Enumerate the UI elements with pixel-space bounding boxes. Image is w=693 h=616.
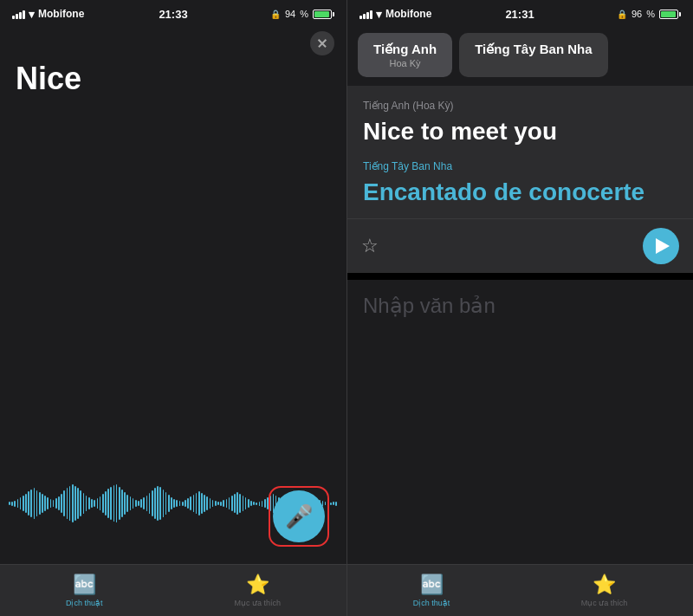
left-battery-pct: 94 <box>285 9 295 19</box>
left-battery <box>313 10 334 19</box>
left-bottom-bar: 🔤 Dịch thuật ⭐ Mục ưa thích <box>0 564 346 616</box>
mic-button[interactable]: 🎤 <box>273 490 325 542</box>
target-lang-button[interactable]: Tiếng Tây Ban Nha <box>459 33 607 77</box>
right-carrier: ▾ Mobifone <box>359 8 431 21</box>
left-tab-translate[interactable]: 🔤 Dịch thuật <box>66 574 103 607</box>
right-tab-favorites[interactable]: ⭐ Mục ưa thích <box>581 574 628 607</box>
action-row: ☆ <box>347 218 693 273</box>
left-input-text: Nice <box>16 61 331 97</box>
favorites-icon: ⭐ <box>246 574 269 596</box>
target-lang-label: Tiếng Tây Ban Nha <box>363 160 677 172</box>
right-battery-pct: 96 <box>631 9 642 19</box>
right-tab-translate[interactable]: 🔤 Dịch thuật <box>413 574 450 607</box>
source-lang-name: Tiếng Anh <box>373 42 437 57</box>
favorite-button[interactable]: ☆ <box>361 235 379 257</box>
left-input-area: Nice <box>0 26 346 495</box>
right-panel: ▾ Mobifone 21:31 🔒 96% Tiếng Anh Hoa Kỳ … <box>346 0 693 616</box>
right-time: 21:31 <box>505 8 534 21</box>
mic-icon: 🎤 <box>285 503 313 530</box>
play-button[interactable] <box>643 228 679 264</box>
left-status-bar: ▾ Mobifone 21:33 🔒 94% <box>0 0 346 26</box>
panel-divider <box>347 273 693 280</box>
target-lang-name: Tiếng Tây Ban Nha <box>475 42 592 57</box>
play-icon <box>656 238 670 254</box>
left-charge-icon: 🔒 <box>270 10 281 19</box>
mic-button-wrapper[interactable]: 🎤 <box>269 486 329 547</box>
text-input-placeholder: Nhập văn bản <box>363 294 677 318</box>
right-status-bar: ▾ Mobifone 21:31 🔒 96% <box>347 0 693 26</box>
source-lang-label: Tiếng Anh (Hoa Kỳ) <box>363 100 677 112</box>
translation-card: Tiếng Anh (Hoa Kỳ) Nice to meet you Tiến… <box>347 86 693 218</box>
right-charge-icon: 🔒 <box>617 10 627 19</box>
translate-icon: 🔤 <box>73 574 96 596</box>
right-wifi-icon: ▾ <box>376 8 382 21</box>
target-text: Encantado de conocerte <box>363 178 677 207</box>
left-panel: ▾ Mobifone 21:33 🔒 94% Nice 🎤 <box>0 0 346 616</box>
left-carrier: ▾ Mobifone <box>12 8 84 21</box>
left-status-right: 🔒 94% <box>270 9 334 19</box>
mic-overlay: 🎤 <box>269 486 329 547</box>
source-lang-sub: Hoa Kỳ <box>390 58 421 68</box>
left-tab-favorites[interactable]: ⭐ Mục ưa thích <box>234 574 281 607</box>
left-time: 21:33 <box>159 8 187 21</box>
right-battery <box>659 10 681 19</box>
lang-selector: Tiếng Anh Hoa Kỳ Tiếng Tây Ban Nha <box>347 26 693 86</box>
right-favorites-icon: ⭐ <box>593 574 616 596</box>
right-status-right: 🔒 96% <box>617 9 681 19</box>
right-translate-icon: 🔤 <box>420 574 444 596</box>
right-bottom-bar: 🔤 Dịch thuật ⭐ Mục ưa thích <box>347 564 693 616</box>
source-text: Nice to meet you <box>363 117 677 146</box>
close-button[interactable] <box>310 31 334 55</box>
text-input-area[interactable]: Nhập văn bản <box>347 280 693 564</box>
left-wifi-icon: ▾ <box>29 8 35 21</box>
source-lang-button[interactable]: Tiếng Anh Hoa Kỳ <box>358 33 452 77</box>
